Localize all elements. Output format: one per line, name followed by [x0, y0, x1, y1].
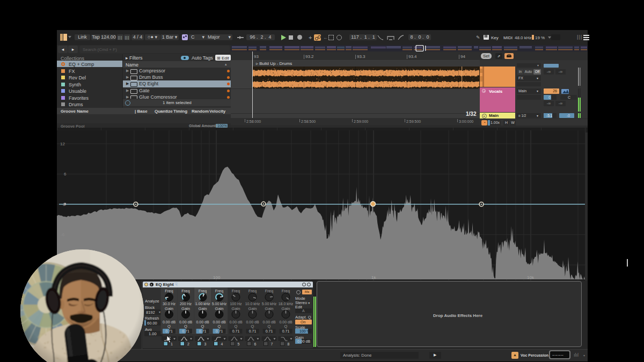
svg-text:Freq: Freq: [232, 289, 240, 293]
svg-text:Q: Q: [235, 324, 238, 329]
svg-text:30.0 Hz: 30.0 Hz: [163, 302, 176, 306]
svg-text:Q: Q: [284, 324, 288, 329]
svg-text:Freq: Freq: [265, 289, 273, 293]
svg-text:Freq: Freq: [248, 289, 257, 293]
svg-text:5.00 kHz: 5.00 kHz: [262, 302, 277, 306]
svg-text:0: 0: [63, 202, 65, 207]
svg-text:2: 2: [187, 342, 189, 346]
svg-text:Freq: Freq: [165, 289, 173, 293]
svg-text:100: 100: [213, 275, 221, 280]
svg-text:6: 6: [254, 342, 257, 346]
svg-text:0.00 dB: 0.00 dB: [279, 320, 292, 324]
svg-text:Q: Q: [218, 324, 221, 329]
svg-text:Q: Q: [201, 324, 204, 329]
svg-text:0.00 dB: 0.00 dB: [196, 320, 209, 324]
svg-text:0.71: 0.71: [232, 329, 240, 333]
svg-text:Freq: Freq: [215, 289, 223, 293]
svg-text:0.71: 0.71: [199, 329, 207, 333]
svg-text:0.71: 0.71: [266, 329, 273, 333]
svg-text:-6: -6: [61, 232, 65, 237]
svg-text:0.00 dB: 0.00 dB: [262, 320, 275, 324]
svg-text:10.0 kHz: 10.0 kHz: [245, 302, 260, 306]
svg-text:0.00 dB: 0.00 dB: [229, 320, 242, 324]
svg-text:6: 6: [64, 172, 67, 176]
svg-text:12: 12: [60, 142, 65, 146]
svg-text:8: 8: [288, 342, 290, 346]
svg-text:0.71: 0.71: [182, 329, 189, 333]
svg-text:0.71: 0.71: [249, 329, 257, 333]
svg-text:1.00 kHz: 1.00 kHz: [195, 302, 210, 306]
svg-text:0.00 dB: 0.00 dB: [213, 320, 225, 324]
svg-text:100 Hz: 100 Hz: [230, 302, 242, 306]
svg-text:4: 4: [221, 342, 223, 346]
svg-text:18.0 kHz: 18.0 kHz: [279, 302, 294, 306]
svg-text:Q: Q: [167, 324, 171, 329]
svg-text:Freq: Freq: [181, 289, 189, 293]
svg-text:Q: Q: [251, 324, 254, 329]
svg-text:Freq: Freq: [282, 289, 290, 293]
svg-text:Freq: Freq: [199, 289, 207, 293]
svg-text:7: 7: [271, 342, 273, 346]
svg-text:0.00 dB: 0.00 dB: [179, 320, 192, 324]
svg-text:0.71: 0.71: [282, 329, 290, 333]
svg-text:0.71: 0.71: [165, 329, 173, 333]
svg-text:0.00 dB: 0.00 dB: [163, 320, 175, 324]
svg-text:1k: 1k: [371, 275, 376, 280]
svg-text:1: 1: [171, 342, 173, 346]
svg-text:200 Hz: 200 Hz: [180, 302, 192, 306]
svg-text:0.00 dB: 0.00 dB: [246, 320, 259, 324]
svg-text:3: 3: [204, 342, 207, 346]
svg-text:Q: Q: [268, 324, 271, 329]
svg-text:5.00 kHz: 5.00 kHz: [212, 302, 227, 306]
svg-text:0.71: 0.71: [216, 329, 223, 333]
svg-text:Q: Q: [184, 324, 187, 329]
svg-text:10k: 10k: [527, 275, 535, 280]
svg-text:5: 5: [238, 342, 240, 346]
